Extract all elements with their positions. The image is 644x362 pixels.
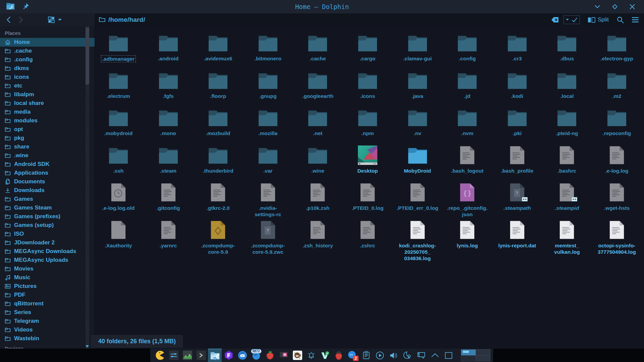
grid-item-googleearth[interactable]: .googleearth (293, 69, 342, 99)
grid-item-lynis-report-dat[interactable]: lynis-report.dat (492, 219, 542, 249)
taskbar-icon-terminal[interactable] (194, 349, 208, 362)
taskbar-icon-thunderbird[interactable] (235, 349, 249, 362)
taskbar-icon-shield-check[interactable] (318, 349, 332, 362)
grid-item-desktop[interactable]: Desktop (343, 144, 392, 174)
grid-item-electrum[interactable]: .electrum (95, 69, 143, 99)
place-item-dkms[interactable]: dkms (0, 64, 95, 73)
grid-item-adbmanager[interactable]: .adbmanager (95, 32, 143, 62)
grid-item-cache[interactable]: .cache (293, 32, 342, 62)
place-item-applications[interactable]: Applications (0, 169, 95, 177)
hamburger-menu-icon[interactable] (631, 16, 639, 23)
taskbar-icon-chevron-up[interactable] (428, 349, 442, 362)
pager-cell[interactable] (476, 350, 490, 355)
taskbar-icon-chat[interactable]: 2 (345, 349, 359, 362)
grid-item-gtkrc-2-0[interactable]: .gtkrc-2.0 (193, 181, 243, 211)
place-item-etc[interactable]: etc (0, 81, 95, 90)
taskbar-icon-thunderbird-count[interactable]: 9872 (249, 349, 263, 362)
grid-item-pteid-err-0-log[interactable]: .PTEID_err_0.log (393, 181, 442, 211)
grid-item-p10k-zsh[interactable]: .p10k.zsh (293, 181, 342, 211)
taskbar-icon-screen-recorder[interactable] (277, 349, 290, 362)
grid-item-memtest-vulkan-log[interactable]: memtest_vulkan.log (542, 219, 592, 255)
back-icon[interactable] (5, 15, 13, 24)
taskbar-icon-notifications-bell[interactable] (304, 349, 318, 362)
taskbar-icon-night-light[interactable] (400, 349, 414, 362)
place-item-wastebin[interactable]: Wastebin (0, 334, 95, 343)
maximize-icon[interactable] (611, 3, 619, 10)
view-mode-icon[interactable] (48, 16, 55, 23)
grid-item-thunderbird[interactable]: .thunderbird (193, 144, 243, 174)
grid-item-avidemux6[interactable]: .avidemux6 (193, 32, 243, 62)
taskbar-icon-strawberry-cap[interactable] (332, 349, 345, 362)
place-item-games-steam[interactable]: Games Steam (0, 203, 95, 212)
grid-item-kodi-crashlog-20250705-034836-log[interactable]: kodi_crashlog-20250705_034836.log (393, 219, 442, 261)
grid-item-bitmonero[interactable]: .bitmonero (243, 32, 293, 62)
taskbar-icon-pacman[interactable] (153, 349, 167, 362)
grid-item-clamav-gui[interactable]: .clamav-gui (393, 32, 442, 62)
grid-item-yarnrc[interactable]: .yarnrc (144, 219, 193, 249)
grid-item-octopi-sysinfo-3777504904-log[interactable]: octopi-sysinfo-3777504904.log (592, 219, 642, 255)
place-item-iso[interactable]: ISO (0, 230, 95, 238)
grid-item-mozilla[interactable]: .mozilla (243, 107, 293, 136)
grid-item-icons[interactable]: .icons (343, 69, 392, 99)
place-item-games[interactable]: Games (0, 195, 95, 203)
grid-item-steam[interactable]: .steam (144, 144, 193, 174)
taskbar-icon-sliders[interactable] (167, 349, 180, 362)
grid-item-zsh-history[interactable]: .zsh_history (293, 219, 342, 249)
grid-item-repoconfig[interactable]: .repoconfig (592, 107, 642, 136)
place-item-movies[interactable]: Movies (0, 264, 95, 273)
sidebar-scrollbar-thumb[interactable] (86, 27, 89, 84)
taskbar-icon-floorp[interactable] (222, 349, 235, 362)
place-item-cache[interactable]: .cache (0, 47, 95, 55)
grid-item-ssh[interactable]: .ssh (95, 144, 143, 174)
grid-item-repo-gitconfig-json[interactable]: { }.repo_.gitconfig.json (442, 181, 492, 218)
grid-item-e-log-log[interactable]: .e-log.log (592, 144, 642, 174)
clear-location-icon[interactable] (551, 17, 559, 23)
forward-icon[interactable] (16, 15, 25, 24)
place-item-wine[interactable]: .wine (0, 151, 95, 160)
grid-item-pteid-ng[interactable]: .pteid-ng (542, 107, 592, 136)
grid-item-config[interactable]: .config (442, 32, 492, 62)
view-mode-caret-icon[interactable] (58, 18, 62, 21)
grid-item-cr3[interactable]: .cr3 (492, 32, 542, 62)
place-item-pkg[interactable]: pkg (0, 134, 95, 142)
grid-item-cargo[interactable]: .cargo (343, 32, 392, 62)
place-item-modules[interactable]: modules (0, 116, 95, 125)
taskbar-icon-dolphin[interactable] (208, 349, 222, 362)
grid-item-nvm[interactable]: .nvm (442, 107, 492, 136)
grid-item-zcompdump-core-5-9[interactable]: .zcompdump-core-5.9 (193, 219, 243, 255)
grid-item-xauthority[interactable]: .Xauthority (95, 219, 143, 249)
place-item-games-setup[interactable]: Games (setup) (0, 221, 95, 230)
place-item-games-prefixes[interactable]: Games (prefixes) (0, 212, 95, 221)
dropdown-caret-icon[interactable] (566, 18, 569, 21)
grid-item-mobydroid[interactable]: MobyDroid (393, 144, 442, 174)
grid-item-electron-gyp[interactable]: .electron-gyp (592, 32, 642, 62)
search-icon[interactable] (616, 16, 624, 24)
grid-item-e-log-log-old[interactable]: .e-log.log.old (95, 181, 143, 211)
grid-item-kodi[interactable]: .kodi (492, 69, 542, 99)
grid-item-nv[interactable]: .nv (393, 107, 442, 136)
grid-item-jd[interactable]: .jd (442, 69, 492, 99)
grid-item-bash-logout[interactable]: .bash_logout (442, 144, 492, 174)
grid-item-pki[interactable]: .pki (492, 107, 542, 136)
grid-item-gitconfig[interactable]: .gitconfig (144, 181, 193, 211)
grid-item-mobydroid[interactable]: .mobydroid (95, 107, 143, 136)
taskbar-icon-system-monitor[interactable] (180, 349, 194, 362)
grid-item-steampath[interactable]: ?.steampath (492, 181, 542, 211)
pin-icon[interactable] (22, 2, 30, 11)
sidebar-scrollbar[interactable] (86, 26, 89, 349)
taskbar-icon-clipboard[interactable] (359, 349, 373, 362)
place-item-documents[interactable]: Documents (0, 177, 95, 186)
location-bar[interactable]: /home/hard/ Split (95, 13, 644, 26)
taskbar-icon-volume[interactable] (387, 349, 400, 362)
place-item-videos[interactable]: Videos (0, 325, 95, 334)
breadcrumb[interactable]: /home/hard/ (99, 16, 145, 24)
place-item-qbittorrent[interactable]: qBittorrent (0, 299, 95, 308)
taskbar-icon-strawberry[interactable] (263, 349, 277, 362)
grid-item-steampid[interactable]: .steampid (542, 181, 592, 211)
place-item-media[interactable]: media (0, 108, 95, 116)
place-item-opt[interactable]: opt (0, 125, 95, 134)
place-item-pictures[interactable]: Pictures (0, 282, 95, 291)
place-item-pdf[interactable]: PDF (0, 291, 95, 299)
place-item-jdownloader-2[interactable]: JDownloader 2 (0, 238, 95, 247)
split-button[interactable]: Split (588, 16, 609, 23)
